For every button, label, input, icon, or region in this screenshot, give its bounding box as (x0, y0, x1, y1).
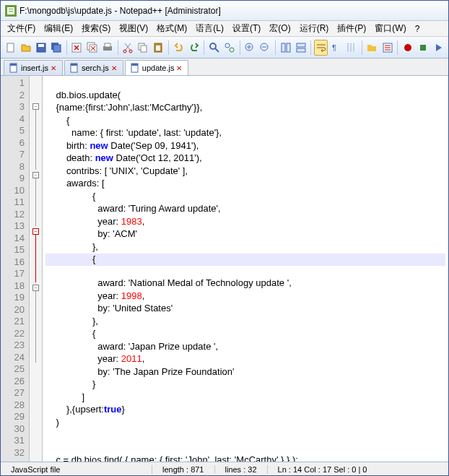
new-file-button[interactable] (4, 40, 17, 56)
tab-label: update.js (142, 64, 175, 72)
close-icon[interactable]: ✕ (51, 64, 58, 72)
zoom-out-button[interactable] (258, 40, 272, 56)
function-list-button[interactable] (380, 40, 394, 56)
fold-toggle-icon[interactable]: − (32, 172, 39, 178)
svg-rect-19 (156, 46, 160, 51)
separator-icon (118, 40, 118, 55)
status-bar: JavaScript file length : 871 lines : 32 … (1, 462, 448, 476)
tab-bar: insert.js ✕ serch.js ✕ update.js ✕ (1, 59, 448, 76)
copy-button[interactable] (136, 40, 150, 56)
svg-point-21 (225, 43, 230, 48)
fold-toggle-icon[interactable]: − (32, 285, 39, 291)
menu-file[interactable]: 文件(F) (4, 21, 39, 36)
status-position: Ln : 14 Col : 17 Sel : 0 | 0 (268, 465, 448, 474)
svg-rect-26 (287, 43, 290, 52)
file-icon (9, 63, 19, 73)
folder-button[interactable] (365, 40, 379, 56)
editor-area[interactable]: 1234567891011121314151617181920212223242… (1, 76, 448, 462)
separator-icon (204, 40, 204, 55)
menu-search[interactable]: 搜索(S) (78, 21, 114, 36)
menu-edit[interactable]: 编辑(E) (40, 21, 77, 36)
open-file-button[interactable] (19, 40, 32, 56)
paste-button[interactable] (152, 40, 165, 56)
svg-rect-4 (7, 43, 14, 52)
fold-toggle-icon[interactable]: − (32, 103, 39, 110)
menu-settings[interactable]: 设置(T) (229, 21, 264, 36)
record-macro-button[interactable] (401, 40, 414, 56)
svg-rect-6 (38, 44, 44, 47)
tab-label: serch.js (82, 64, 109, 72)
close-all-button[interactable] (85, 40, 99, 56)
status-lines: lines : 32 (215, 465, 268, 474)
svg-rect-25 (282, 43, 285, 52)
status-language: JavaScript file (1, 465, 152, 474)
svg-rect-27 (297, 43, 305, 47)
svg-rect-28 (297, 48, 305, 52)
stop-macro-button[interactable] (416, 40, 430, 56)
menu-window[interactable]: 窗口(W) (371, 21, 409, 36)
menu-macro[interactable]: 宏(O) (266, 21, 294, 36)
window-title: F:\mongodb\js\update.js - Notepad++ [Adm… (19, 6, 221, 16)
sync-h-button[interactable] (294, 40, 308, 56)
close-icon[interactable]: ✕ (111, 64, 118, 72)
replace-button[interactable] (222, 40, 236, 56)
svg-rect-34 (10, 64, 17, 66)
svg-point-22 (230, 48, 234, 52)
current-line-highlight: { (45, 254, 445, 266)
separator-icon (362, 40, 362, 55)
menu-language[interactable]: 语言(L) (192, 21, 227, 36)
svg-point-31 (404, 44, 411, 51)
separator-icon (397, 40, 398, 55)
indent-guide-button[interactable] (345, 40, 359, 56)
svg-rect-32 (420, 45, 426, 51)
save-button[interactable] (34, 40, 48, 56)
code-content[interactable]: db.bios.update( {name:{first:'John',last… (43, 76, 448, 462)
tab-update[interactable]: update.js ✕ (125, 60, 189, 75)
wordwrap-button[interactable] (314, 40, 328, 56)
separator-icon (168, 40, 169, 55)
svg-rect-8 (53, 45, 61, 52)
separator-icon (310, 40, 311, 55)
file-icon (69, 63, 79, 73)
tab-insert[interactable]: insert.js ✕ (4, 60, 63, 75)
close-icon[interactable]: ✕ (176, 64, 183, 72)
app-icon (5, 5, 17, 17)
redo-button[interactable] (187, 40, 201, 56)
menu-run[interactable]: 运行(R) (296, 21, 333, 36)
menu-help[interactable]: ? (411, 22, 424, 35)
fold-toggle-icon[interactable]: − (32, 228, 39, 235)
menu-plugins[interactable]: 插件(P) (334, 21, 370, 36)
file-icon (130, 63, 140, 73)
save-all-button[interactable] (50, 40, 64, 56)
svg-text:¶: ¶ (332, 43, 336, 52)
tab-serch[interactable]: serch.js ✕ (64, 60, 123, 75)
undo-button[interactable] (172, 40, 186, 56)
status-length: length : 871 (152, 465, 215, 474)
tab-label: insert.js (21, 64, 48, 72)
line-number-gutter: 1234567891011121314151617181920212223242… (1, 76, 30, 462)
close-button[interactable] (70, 40, 84, 56)
svg-rect-3 (9, 11, 13, 12)
svg-rect-2 (9, 9, 13, 9)
separator-icon (275, 40, 276, 55)
find-button[interactable] (207, 40, 221, 56)
svg-point-20 (210, 43, 216, 49)
play-macro-button[interactable] (432, 40, 445, 56)
show-all-chars-button[interactable]: ¶ (329, 40, 343, 56)
menu-format[interactable]: 格式(M) (153, 21, 191, 36)
menu-view[interactable]: 视图(V) (115, 21, 152, 36)
svg-rect-13 (105, 43, 110, 47)
menu-bar: 文件(F) 编辑(E) 搜索(S) 视图(V) 格式(M) 语言(L) 设置(T… (1, 21, 448, 37)
sync-v-button[interactable] (279, 40, 292, 56)
separator-icon (66, 40, 67, 55)
svg-rect-38 (131, 64, 138, 66)
separator-icon (240, 40, 240, 55)
zoom-in-button[interactable] (243, 40, 257, 56)
cut-button[interactable] (121, 40, 134, 56)
svg-rect-36 (71, 64, 77, 66)
svg-rect-17 (141, 46, 147, 52)
print-button[interactable] (100, 40, 114, 56)
toolbar: ¶ (1, 37, 448, 59)
title-bar: F:\mongodb\js\update.js - Notepad++ [Adm… (1, 1, 448, 21)
fold-gutter: − − − − (30, 76, 43, 462)
